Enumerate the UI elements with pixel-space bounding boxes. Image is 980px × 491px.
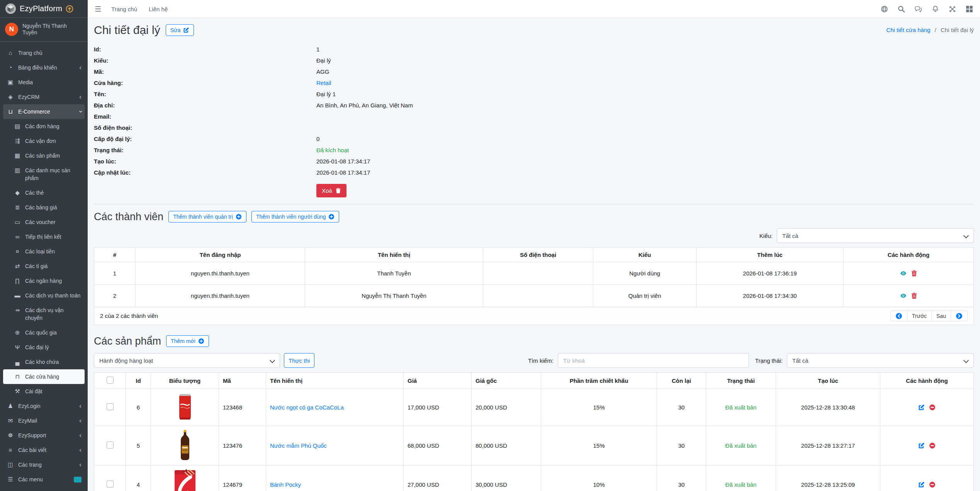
delete-button[interactable]: Xoá (316, 184, 346, 197)
sidebar-item-stores[interactable]: ⊓Các cửa hàng (3, 369, 85, 384)
user-panel[interactable]: N Nguyễn Thị Thanh Tuyền (0, 18, 88, 42)
sidebar-item-shipping-services[interactable]: ⇸Các dịch vụ vận chuyển (3, 303, 85, 325)
plus-circle-icon (328, 214, 335, 220)
view-member-icon[interactable] (900, 270, 907, 277)
detail-label: Kiểu: (94, 57, 316, 68)
detail-label: Email: (94, 113, 316, 124)
product-name-link[interactable]: Nước mắm Phú Quốc (270, 442, 327, 449)
sidebar-item-posts[interactable]: ≡Các bài viết‹ (3, 443, 85, 457)
chevron-left-icon: ‹ (79, 461, 82, 469)
sidebar-item-ezylogin[interactable]: ♟EzyLogin‹ (3, 399, 85, 413)
language-globe-icon[interactable] (881, 5, 888, 13)
sidebar-item-exchange-rates[interactable]: ⇄Các tỉ giá (3, 259, 85, 274)
sidebar-item-ezycrm[interactable]: ◈EzyCRM‹ (3, 90, 85, 104)
sidebar-item-pages[interactable]: ◫Các trang‹ (3, 457, 85, 472)
row-select-checkbox[interactable] (107, 442, 114, 449)
sidebar-item-affiliate[interactable]: ∞Tiếp thị liên kết (3, 229, 85, 244)
col-header-actions: Các hành động (844, 248, 974, 262)
next-page-button[interactable]: Sau (931, 311, 951, 321)
detail-value-code: AGG (316, 68, 329, 80)
col-header-phone: Số điện thoại (483, 248, 593, 262)
members-table: # Tên đăng nhập Tên hiển thị Số điện tho… (94, 247, 974, 307)
disable-product-icon[interactable] (929, 442, 936, 449)
notifications-bell-icon[interactable] (932, 5, 939, 13)
col-header-added-at: Thêm lúc (696, 248, 844, 262)
sidebar-item-price-lists[interactable]: ≣Các bảng giá (3, 200, 85, 215)
edit-button[interactable]: Sửa (166, 24, 194, 36)
sidebar-item-agents[interactable]: ΨCác đại lý (3, 340, 85, 355)
sidebar-item-ecommerce[interactable]: ⊔E-Commerce‹ (3, 104, 85, 119)
member-type-select[interactable]: Tất cả (777, 228, 974, 243)
pencil-square-icon (183, 27, 189, 33)
sidebar-item-ezymail[interactable]: ✉EzyMail‹ (3, 413, 85, 428)
breadcrumb-store-link[interactable]: Chi tiết cửa hàng (886, 27, 930, 33)
sidebar-item-orders[interactable]: ▤Các đơn hàng (3, 119, 85, 134)
media-icon: ▣ (6, 78, 15, 86)
sidebar-item-ezysupport[interactable]: ☸EzySupport‹ (3, 428, 85, 443)
search-icon[interactable] (898, 5, 905, 13)
sidebar-item-countries[interactable]: ⊕Các quốc gia (3, 325, 85, 340)
delete-member-icon[interactable] (911, 292, 917, 299)
edit-product-icon[interactable] (918, 442, 925, 449)
prev-page-button[interactable]: Trước (907, 311, 932, 321)
execute-button[interactable]: Thực thi (284, 353, 314, 368)
detail-value-id: 1 (316, 46, 319, 57)
sidebar-item-product-categories[interactable]: ▥Các danh mục sản phẩm (3, 163, 85, 185)
ezyplatform-logo-icon (5, 3, 16, 14)
delete-member-icon[interactable] (911, 270, 917, 277)
product-name-link[interactable]: Bánh Pocky (270, 481, 301, 488)
product-name-link[interactable]: Nước ngọt có ga CoCaCoLa (270, 404, 344, 411)
fullscreen-icon[interactable] (949, 5, 956, 13)
first-page-button[interactable] (890, 311, 907, 321)
sidebar-item-dashboard[interactable]: ◔Bảng điều khiển‹ (3, 60, 85, 75)
row-select-checkbox[interactable] (107, 481, 114, 488)
sidebar-item-menus[interactable]: ☰Các menu (3, 472, 85, 487)
messages-icon[interactable] (915, 5, 922, 13)
add-user-member-button[interactable]: Thêm thành viên người dùng (251, 211, 339, 223)
detail-label: Tên: (94, 91, 316, 102)
search-input[interactable] (558, 353, 749, 368)
add-admin-member-button[interactable]: Thêm thành viên quản trị (168, 211, 246, 223)
last-page-button[interactable] (951, 311, 968, 321)
sidebar-item-currencies[interactable]: ¤Các loại tiền (3, 244, 85, 259)
select-all-checkbox[interactable] (107, 377, 114, 384)
row-select-checkbox[interactable] (107, 403, 114, 410)
sidebar-item-products[interactable]: ▦Các sản phẩm (3, 148, 85, 163)
sidebar-item-tags[interactable]: ◆Các thẻ (3, 185, 85, 200)
member-row: 2 nguyen.thi.thanh.tuyen Nguyễn Thị Than… (94, 285, 974, 307)
brand-name: EzyPlatform (20, 4, 62, 13)
sidebar-item-home[interactable]: ⌂Trang chủ (3, 46, 85, 60)
arrow-right-circle-icon (956, 313, 963, 319)
sidebar-menu: ⌂Trang chủ ◔Bảng điều khiển‹ ▣Media ◈Ezy… (0, 42, 88, 487)
breadcrumb-current: Chi tiết đại lý (941, 27, 974, 33)
store-link[interactable]: Retail (316, 80, 331, 91)
disable-product-icon[interactable] (929, 404, 936, 411)
sidebar-toggle-icon[interactable]: ☰ (95, 5, 101, 14)
disable-product-icon[interactable] (929, 481, 936, 488)
dashboard-icon: ◔ (6, 64, 15, 71)
detail-label: Cập nhật lúc: (94, 169, 316, 180)
bulk-action-select[interactable]: Hành động hàng loạt (94, 353, 280, 368)
edit-product-icon[interactable] (918, 404, 925, 411)
col-header-code: Mã (219, 373, 266, 389)
detail-label: Trạng thái: (94, 147, 316, 158)
topnav-contact-link[interactable]: Liên hệ (149, 6, 168, 12)
brand[interactable]: EzyPlatform (0, 0, 88, 18)
coins-icon: ¤ (13, 248, 22, 255)
chevron-down-icon: ‹ (76, 110, 84, 113)
view-member-icon[interactable] (900, 292, 907, 299)
sidebar-item-shipments[interactable]: ⇶Các vận đơn (3, 134, 85, 148)
store-icon: ⊓ (13, 373, 22, 381)
apps-grid-icon[interactable] (966, 5, 973, 13)
add-product-button[interactable]: Thêm mới (166, 335, 209, 347)
edit-product-icon[interactable] (918, 481, 925, 488)
products-title: Các sản phẩm (94, 335, 161, 348)
sidebar-item-vouchers[interactable]: ▭Các voucher (3, 215, 85, 229)
topnav-home-link[interactable]: Trang chủ (111, 6, 137, 12)
sidebar-item-warehouses[interactable]: ▄Các kho chứa (3, 355, 85, 369)
sidebar-item-payment-services[interactable]: ▬Các dịch vụ thanh toán (3, 288, 85, 303)
status-filter-select[interactable]: Tất cả (787, 353, 974, 368)
sidebar-item-banks[interactable]: ∏Các ngân hàng (3, 274, 85, 288)
sidebar-item-settings[interactable]: ⚒Cài đặt (3, 384, 85, 399)
sidebar-item-media[interactable]: ▣Media (3, 75, 85, 90)
